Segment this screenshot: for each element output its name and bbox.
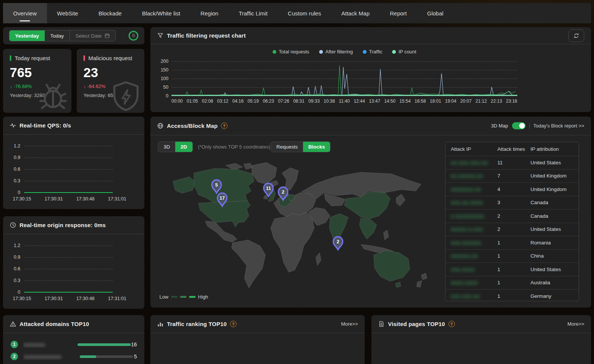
map-pin-australia[interactable]: 2: [333, 237, 343, 250]
traffic-chart-x-axis: 00:0001:0502:0803:1204:1605:1906:2307:26…: [171, 99, 517, 104]
nav-tab-traffic-limit[interactable]: Traffic Limit: [229, 3, 278, 23]
select-date-button[interactable]: Select Date: [70, 30, 115, 41]
gridline: [24, 146, 113, 146]
x-tick-label: 12:44: [354, 99, 365, 104]
map-blocks-button[interactable]: Blocks: [303, 142, 330, 152]
attack-times: 11: [497, 160, 530, 165]
x-tick-label: 21:12: [476, 99, 487, 104]
attack-times: 4: [497, 187, 530, 192]
warning-triangle-icon: [10, 321, 16, 327]
x-tick-label: 00:00: [171, 99, 183, 104]
dimension-segmented: 3D2D: [158, 141, 193, 152]
legend-label: IP count: [399, 49, 416, 55]
world-map: 5171122: [158, 158, 444, 293]
gridline: [24, 158, 113, 158]
bar-chart-icon: [157, 321, 164, 327]
gridline: [24, 281, 113, 281]
nav-tab-website[interactable]: WebSite: [47, 3, 88, 23]
mini-plot: 1.20.90.60.30: [3, 246, 144, 293]
attacked-domains-list: 1xxxxxxxx162xxxxxxxxxxxxxx5: [3, 333, 144, 362]
ip-attribution: Romania: [530, 240, 579, 246]
ip-attribution: United States: [530, 226, 579, 232]
refresh-button[interactable]: [568, 29, 584, 42]
nav-tab-region[interactable]: Region: [190, 3, 229, 23]
visited-pages-more-link[interactable]: More>>: [567, 321, 584, 327]
3d-map-toggle[interactable]: [512, 122, 526, 129]
attack-times: 2: [497, 213, 530, 219]
traffic-ranking-help-icon[interactable]: ?: [230, 321, 236, 327]
attacked-domains-header: Attacked domains TOP10: [3, 315, 144, 333]
attack-ip-redacted: xxxxxx.xx: [451, 253, 478, 259]
x-tick-label: 02:08: [202, 99, 213, 104]
map-header: Access/Block Map ? 3D Map Today's Block …: [150, 117, 591, 135]
ip-attribution: Canada: [530, 200, 579, 205]
y-tick-label: 200: [153, 59, 168, 64]
x-tick-label: 06:23: [263, 99, 274, 104]
legend-dot: [273, 50, 276, 54]
gridline: [24, 257, 113, 258]
ip-attribution: United Kingdom: [530, 187, 579, 192]
nav-tab-overview[interactable]: Overview: [3, 3, 47, 23]
x-tick-label: 17:30:48: [76, 296, 95, 301]
ip-attribution: United Kingdom: [530, 173, 579, 179]
qps-title: Real-time QPS: 0/s: [20, 122, 71, 129]
yesterday-button[interactable]: Yesterday: [9, 30, 45, 41]
series-qps: [24, 192, 113, 193]
map-2d-button[interactable]: 2D: [175, 142, 192, 152]
document-icon: [378, 321, 385, 327]
clock-icon: [10, 222, 16, 228]
legend-item-traffic[interactable]: Traffic: [363, 49, 382, 55]
ip-attribution: China: [530, 253, 579, 259]
today-button[interactable]: Today: [45, 30, 70, 41]
toggle-knob: [519, 123, 525, 129]
mini-plot: 1.20.90.60.30: [3, 146, 144, 193]
table-row: xxx.xxx.xx1Germany: [446, 289, 579, 301]
table-row: xxx.xxxxxx1Romania: [446, 236, 579, 249]
malicious-request-label-row: Malicious request: [83, 55, 138, 61]
x-tick-label: 15:54: [399, 99, 411, 104]
visited-pages-help-icon[interactable]: ?: [449, 321, 455, 327]
x-tick-label: 17:30:15: [13, 296, 31, 301]
table-row: xxxx.xxxx1Australia: [446, 276, 579, 290]
traffic-ranking-title: Traffic ranking TOP10: [167, 321, 227, 327]
x-tick-label: 17:30:31: [44, 196, 63, 202]
shield-bolt-icon: [110, 80, 142, 112]
column-header-ip-attribution: IP attribution: [530, 146, 579, 152]
realtime-qps-card: Real-time QPS: 0/s 1.20.90.60.3017:30:15…: [3, 117, 144, 209]
table-row: xx.xxx.xxx.xx11United States: [446, 156, 579, 169]
nav-tab-attack-map[interactable]: Attack Map: [331, 3, 380, 23]
x-tick-label: 01:05: [186, 99, 198, 104]
attack-ip-redacted: xxx.xx.xxxx: [451, 200, 483, 205]
nav-tab-report[interactable]: Report: [380, 3, 417, 23]
traffic-ranking-card: Traffic ranking TOP10 ? More>>: [150, 315, 365, 364]
map-requests-button[interactable]: Requests: [271, 142, 303, 152]
legend-item-ip-count[interactable]: IP count: [392, 49, 416, 55]
x-tick-label: 04:16: [232, 99, 244, 104]
traffic-ranking-more-link[interactable]: More>>: [341, 321, 358, 327]
pulse-icon: [10, 122, 16, 129]
series-after-filtering: [171, 67, 517, 96]
legend-item-after-filtering[interactable]: After filtering: [319, 49, 353, 55]
y-tick-label: 1.2: [4, 243, 20, 248]
attack-times: 2: [497, 226, 530, 232]
rank-badge: 1: [11, 341, 18, 348]
x-tick-label: 17:31:01: [108, 296, 126, 301]
access-block-map-card: Access/Block Map ? 3D Map Today's Block …: [150, 117, 591, 308]
rank-value: 5: [134, 353, 137, 359]
map-help-icon[interactable]: ?: [221, 123, 227, 129]
attack-table-header-row: Attack IPAttack timesIP attribution: [446, 142, 579, 156]
bug-icon: [37, 80, 69, 112]
nav-tab-blockade[interactable]: Blockade: [88, 3, 132, 23]
todays-block-report-link[interactable]: Today's Block report >>: [533, 123, 584, 129]
today-request-label: Today request: [15, 55, 50, 61]
legend-item-total-requests[interactable]: Total requests: [273, 49, 309, 55]
nav-tab-global[interactable]: Global: [417, 3, 453, 23]
domain-redacted: xxxxxxxx: [23, 342, 45, 347]
map-3d-button[interactable]: 3D: [158, 142, 175, 152]
list-item: 1xxxxxxxx16: [11, 338, 137, 350]
table-row: xxxxx.x.xxx2United States: [446, 223, 579, 236]
y-tick-label: 0: [4, 190, 20, 195]
nav-tab-black-white-list[interactable]: Black/White list: [132, 3, 191, 23]
attack-times: 3: [497, 200, 530, 205]
nav-tab-custom-rules[interactable]: Custom rules: [278, 3, 331, 23]
